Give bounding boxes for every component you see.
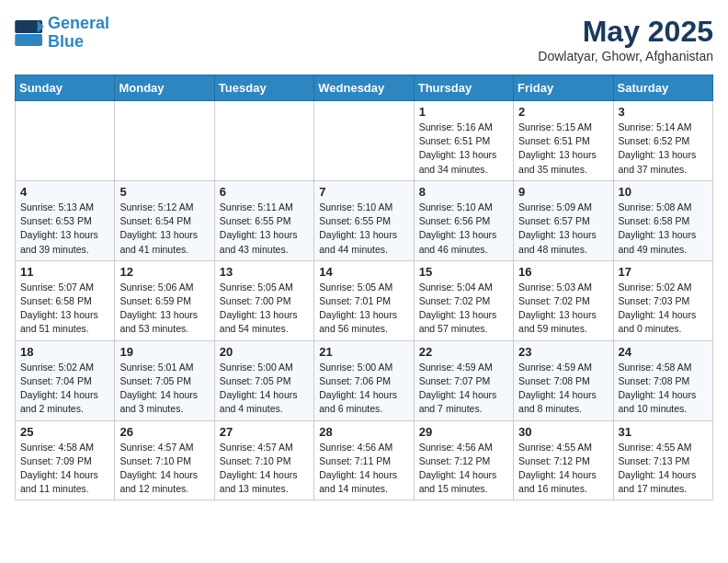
logo-icon <box>15 20 44 46</box>
weekday-header-saturday: Saturday <box>613 75 712 101</box>
day-info: Sunrise: 5:04 AM Sunset: 7:02 PM Dayligh… <box>419 281 508 337</box>
logo: General Blue <box>15 15 109 52</box>
day-cell: 14Sunrise: 5:05 AM Sunset: 7:01 PM Dayli… <box>314 260 414 340</box>
day-info: Sunrise: 5:11 AM Sunset: 6:55 PM Dayligh… <box>220 201 309 257</box>
day-cell: 26Sunrise: 4:57 AM Sunset: 7:10 PM Dayli… <box>115 420 214 500</box>
day-info: Sunrise: 4:55 AM Sunset: 7:13 PM Dayligh… <box>619 441 708 497</box>
week-row-2: 4Sunrise: 5:13 AM Sunset: 6:53 PM Daylig… <box>16 180 713 260</box>
day-number: 6 <box>220 185 309 199</box>
day-info: Sunrise: 5:05 AM Sunset: 7:01 PM Dayligh… <box>319 281 408 337</box>
day-number: 15 <box>419 265 508 279</box>
day-number: 29 <box>419 425 508 439</box>
day-cell: 27Sunrise: 4:57 AM Sunset: 7:10 PM Dayli… <box>214 420 313 500</box>
week-row-4: 18Sunrise: 5:02 AM Sunset: 7:04 PM Dayli… <box>16 340 713 420</box>
day-info: Sunrise: 5:05 AM Sunset: 7:00 PM Dayligh… <box>220 281 309 337</box>
day-number: 3 <box>619 105 708 119</box>
day-info: Sunrise: 5:16 AM Sunset: 6:51 PM Dayligh… <box>419 121 508 177</box>
day-info: Sunrise: 4:57 AM Sunset: 7:10 PM Dayligh… <box>220 441 309 497</box>
day-info: Sunrise: 5:12 AM Sunset: 6:54 PM Dayligh… <box>119 201 209 257</box>
day-info: Sunrise: 5:09 AM Sunset: 6:57 PM Dayligh… <box>518 201 608 257</box>
day-cell: 7Sunrise: 5:10 AM Sunset: 6:55 PM Daylig… <box>314 180 414 260</box>
day-cell: 24Sunrise: 4:58 AM Sunset: 7:08 PM Dayli… <box>613 340 712 420</box>
day-number: 22 <box>419 345 508 359</box>
day-number: 10 <box>619 185 708 199</box>
day-cell: 1Sunrise: 5:16 AM Sunset: 6:51 PM Daylig… <box>414 101 513 181</box>
day-info: Sunrise: 4:57 AM Sunset: 7:10 PM Dayligh… <box>119 441 209 497</box>
day-number: 8 <box>419 185 508 199</box>
day-info: Sunrise: 5:02 AM Sunset: 7:04 PM Dayligh… <box>20 361 109 417</box>
day-number: 1 <box>419 105 508 119</box>
day-cell: 29Sunrise: 4:56 AM Sunset: 7:12 PM Dayli… <box>414 420 513 500</box>
day-cell: 9Sunrise: 5:09 AM Sunset: 6:57 PM Daylig… <box>514 180 613 260</box>
day-cell: 6Sunrise: 5:11 AM Sunset: 6:55 PM Daylig… <box>214 180 313 260</box>
day-number: 21 <box>319 345 408 359</box>
weekday-header-friday: Friday <box>514 75 613 101</box>
day-number: 13 <box>220 265 309 279</box>
day-cell: 15Sunrise: 5:04 AM Sunset: 7:02 PM Dayli… <box>414 260 513 340</box>
logo-text: General <box>48 15 109 33</box>
day-info: Sunrise: 5:10 AM Sunset: 6:55 PM Dayligh… <box>319 201 408 257</box>
week-row-1: 1Sunrise: 5:16 AM Sunset: 6:51 PM Daylig… <box>16 101 713 181</box>
day-number: 17 <box>619 265 708 279</box>
month-title: May 2025 <box>538 15 713 49</box>
day-cell: 8Sunrise: 5:10 AM Sunset: 6:56 PM Daylig… <box>414 180 513 260</box>
day-number: 18 <box>20 345 109 359</box>
logo-text2: Blue <box>48 33 109 52</box>
day-cell: 17Sunrise: 5:02 AM Sunset: 7:03 PM Dayli… <box>613 260 712 340</box>
day-cell: 16Sunrise: 5:03 AM Sunset: 7:02 PM Dayli… <box>514 260 613 340</box>
day-info: Sunrise: 4:58 AM Sunset: 7:09 PM Dayligh… <box>20 441 109 497</box>
day-cell: 10Sunrise: 5:08 AM Sunset: 6:58 PM Dayli… <box>613 180 712 260</box>
day-info: Sunrise: 5:00 AM Sunset: 7:06 PM Dayligh… <box>319 361 408 417</box>
day-info: Sunrise: 5:08 AM Sunset: 6:58 PM Dayligh… <box>619 201 708 257</box>
day-number: 25 <box>20 425 109 439</box>
day-number: 11 <box>20 265 109 279</box>
day-cell: 12Sunrise: 5:06 AM Sunset: 6:59 PM Dayli… <box>115 260 214 340</box>
day-number: 14 <box>319 265 408 279</box>
day-number: 30 <box>518 425 608 439</box>
day-info: Sunrise: 5:15 AM Sunset: 6:51 PM Dayligh… <box>518 121 608 177</box>
day-cell: 19Sunrise: 5:01 AM Sunset: 7:05 PM Dayli… <box>115 340 214 420</box>
day-number: 20 <box>220 345 309 359</box>
weekday-header-tuesday: Tuesday <box>214 75 313 101</box>
day-cell <box>214 101 313 181</box>
day-info: Sunrise: 4:58 AM Sunset: 7:08 PM Dayligh… <box>619 361 708 417</box>
day-info: Sunrise: 5:13 AM Sunset: 6:53 PM Dayligh… <box>20 201 109 257</box>
day-number: 19 <box>119 345 209 359</box>
week-row-5: 25Sunrise: 4:58 AM Sunset: 7:09 PM Dayli… <box>16 420 713 500</box>
day-info: Sunrise: 5:00 AM Sunset: 7:05 PM Dayligh… <box>220 361 309 417</box>
day-cell: 5Sunrise: 5:12 AM Sunset: 6:54 PM Daylig… <box>115 180 214 260</box>
weekday-header-row: SundayMondayTuesdayWednesdayThursdayFrid… <box>16 75 713 101</box>
day-number: 31 <box>619 425 708 439</box>
day-info: Sunrise: 5:10 AM Sunset: 6:56 PM Dayligh… <box>419 201 508 257</box>
page-header: General Blue May 2025 Dowlatyar, Ghowr, … <box>15 15 713 63</box>
day-info: Sunrise: 5:02 AM Sunset: 7:03 PM Dayligh… <box>619 281 708 337</box>
day-number: 26 <box>119 425 209 439</box>
day-cell: 25Sunrise: 4:58 AM Sunset: 7:09 PM Dayli… <box>16 420 115 500</box>
day-number: 16 <box>518 265 608 279</box>
day-cell: 13Sunrise: 5:05 AM Sunset: 7:00 PM Dayli… <box>214 260 313 340</box>
svg-rect-1 <box>15 34 42 46</box>
day-cell <box>314 101 414 181</box>
day-cell: 28Sunrise: 4:56 AM Sunset: 7:11 PM Dayli… <box>314 420 414 500</box>
weekday-header-sunday: Sunday <box>16 75 115 101</box>
day-info: Sunrise: 5:01 AM Sunset: 7:05 PM Dayligh… <box>119 361 209 417</box>
week-row-3: 11Sunrise: 5:07 AM Sunset: 6:58 PM Dayli… <box>16 260 713 340</box>
calendar-table: SundayMondayTuesdayWednesdayThursdayFrid… <box>15 75 713 500</box>
day-cell: 2Sunrise: 5:15 AM Sunset: 6:51 PM Daylig… <box>514 101 613 181</box>
day-number: 12 <box>119 265 209 279</box>
day-info: Sunrise: 4:56 AM Sunset: 7:11 PM Dayligh… <box>319 441 408 497</box>
day-info: Sunrise: 4:56 AM Sunset: 7:12 PM Dayligh… <box>419 441 508 497</box>
day-info: Sunrise: 5:06 AM Sunset: 6:59 PM Dayligh… <box>119 281 209 337</box>
day-cell: 30Sunrise: 4:55 AM Sunset: 7:12 PM Dayli… <box>514 420 613 500</box>
day-info: Sunrise: 5:03 AM Sunset: 7:02 PM Dayligh… <box>518 281 608 337</box>
day-cell: 22Sunrise: 4:59 AM Sunset: 7:07 PM Dayli… <box>414 340 513 420</box>
day-number: 27 <box>220 425 309 439</box>
day-number: 24 <box>619 345 708 359</box>
day-number: 28 <box>319 425 408 439</box>
day-cell: 18Sunrise: 5:02 AM Sunset: 7:04 PM Dayli… <box>16 340 115 420</box>
day-cell: 31Sunrise: 4:55 AM Sunset: 7:13 PM Dayli… <box>613 420 712 500</box>
day-cell <box>115 101 214 181</box>
day-info: Sunrise: 5:07 AM Sunset: 6:58 PM Dayligh… <box>20 281 109 337</box>
day-cell <box>16 101 115 181</box>
day-number: 2 <box>518 105 608 119</box>
